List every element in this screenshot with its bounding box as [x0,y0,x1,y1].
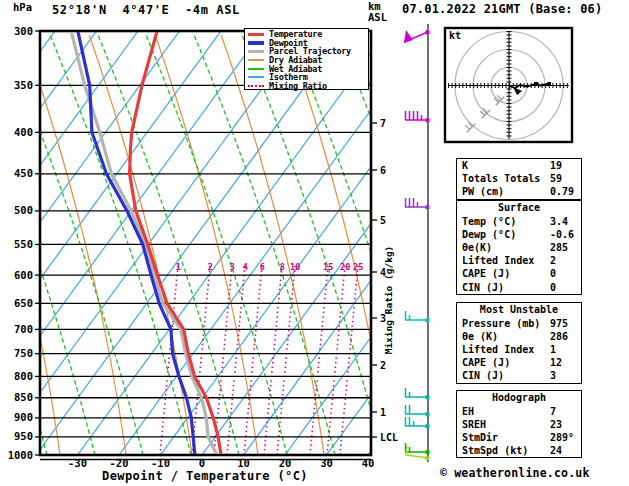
legend-swatch-thick [248,33,264,37]
legend-swatch-dotted [248,85,264,87]
wind-barb [405,388,430,399]
temp-tick-label: 0 [199,457,205,469]
mixing-ratio-value-label: 10 [290,262,300,272]
table-row-value: 23 [550,418,562,431]
hodograph-unit-label: kt [449,31,461,42]
isotherm-line [36,31,346,455]
copyright: © weatheronline.co.uk [440,467,590,479]
indices-table-section: K19Totals Totals59PW (cm)0.79 [456,158,582,200]
table-row: θe(K)285 [457,241,581,254]
mixing-ratio-value-label: 25 [353,262,363,272]
table-row-label: Pressure (mb) [462,317,540,330]
wind-barb [405,417,430,428]
table-section-header: Surface [457,201,581,215]
x-axis-title: Dewpoint / Temperature (°C) [60,470,350,483]
table-row-value: 3 [550,369,556,382]
pressure-tick-label: 800 [14,370,33,382]
table-row: StmSpd (kt)24 [457,444,581,457]
trace-parcel-trajectory [71,31,217,455]
mixing-ratio-axis-label: Mixing Ratio (g/kg) [384,246,394,355]
pressure-tick-label: 650 [14,297,33,309]
legend-item: Mixing Ratio [245,82,368,91]
pressure-tick-label: 750 [14,347,33,359]
table-row: θe (K)286 [457,330,581,343]
pressure-tick-label: 500 [14,204,33,216]
hodograph-marker [534,82,538,86]
wind-barb [405,443,430,454]
table-row-label: Dewp (°C) [462,228,516,241]
altitude-unit-label: kmASL [368,1,387,23]
table-row: CIN (J)3 [457,369,581,382]
table-row-value: 7 [550,405,556,418]
table-row-value: 0 [550,281,556,294]
temp-tick-label: 30 [320,457,333,469]
table-row: Dewp (°C)-0.6 [457,228,581,241]
table-row-value: 0 [550,267,556,280]
table-row-label: CIN (J) [462,369,504,382]
hodograph [445,28,572,142]
temp-tick-label: -10 [151,457,170,469]
table-row-label: Lifted Index [462,343,534,356]
legend-label: Mixing Ratio [269,81,327,91]
altitude-unit-asl: ASL [368,11,387,23]
indices-table-section: HodographEH7SREH23StmDir289°StmSpd (kt)2… [456,390,582,458]
table-row-value: 1 [550,343,556,356]
wind-barb [405,198,430,209]
station-title: 52°18'N 4°47'E -4m ASL [52,4,240,17]
table-row: SREH23 [457,418,581,431]
isotherm-line [0,31,304,455]
table-row-value: 289° [550,431,574,444]
legend-swatch-thick [248,50,264,54]
temp-tick-label: 40 [362,457,375,469]
isotherm-line [78,31,388,455]
hodograph-marker [547,82,551,86]
wind-barb [405,111,430,122]
pressure-tick-label: 700 [14,323,33,335]
table-row: StmDir289° [457,431,581,444]
wind-barb-column [404,24,431,462]
table-row-value: 2 [550,254,556,267]
table-row: Lifted Index1 [457,343,581,356]
table-row-value: 24 [550,444,562,457]
table-row-value: -0.6 [550,228,574,241]
table-row-value: 59 [550,172,562,185]
km-tick-label: 1 [380,407,386,418]
mixing-ratio-value-label: 4 [243,262,248,272]
pressure-tick-label: 350 [14,79,33,91]
table-row: K19 [457,159,581,172]
pressure-tick-label: 1000 [8,449,33,461]
pressure-unit-label: hPa [13,2,32,13]
temp-tick-label: -20 [110,457,129,469]
wind-barb [405,311,430,322]
pressure-tick-label: 600 [14,269,33,281]
table-row: CIN (J)0 [457,281,581,294]
table-row-label: CIN (J) [462,281,504,294]
table-section-header: Most Unstable [457,303,581,317]
wind-barb [404,30,430,43]
pressure-tick-label: 400 [14,126,33,138]
mixing-ratio-value-label: 6 [260,262,265,272]
table-row-value: 3.4 [550,215,568,228]
isotherm-line [161,31,471,455]
table-row-label: CAPE (J) [462,267,510,280]
table-row-value: 285 [550,241,568,254]
table-row-label: θe (K) [462,330,498,343]
isotherm-line [119,31,429,455]
km-tick-label: 5 [380,215,386,226]
table-row: CAPE (J)12 [457,356,581,369]
table-row: CAPE (J)0 [457,267,581,280]
table-row: Pressure (mb)975 [457,317,581,330]
km-tick-label: LCL [380,432,398,443]
temp-tick-label: 20 [279,457,292,469]
table-row-label: StmDir [462,431,498,444]
table-row-value: 286 [550,330,568,343]
pressure-tick-label: 450 [14,167,33,179]
pressure-tick-label: 900 [14,411,33,423]
table-row-value: 975 [550,317,568,330]
mixing-ratio-value-label: 8 [280,262,285,272]
legend-swatch-thick [248,41,264,45]
km-tick-label: 2 [380,360,386,371]
temp-tick-label: -30 [68,457,87,469]
trace-dewpoint [78,31,195,455]
pressure-tick-label: 300 [14,25,33,37]
